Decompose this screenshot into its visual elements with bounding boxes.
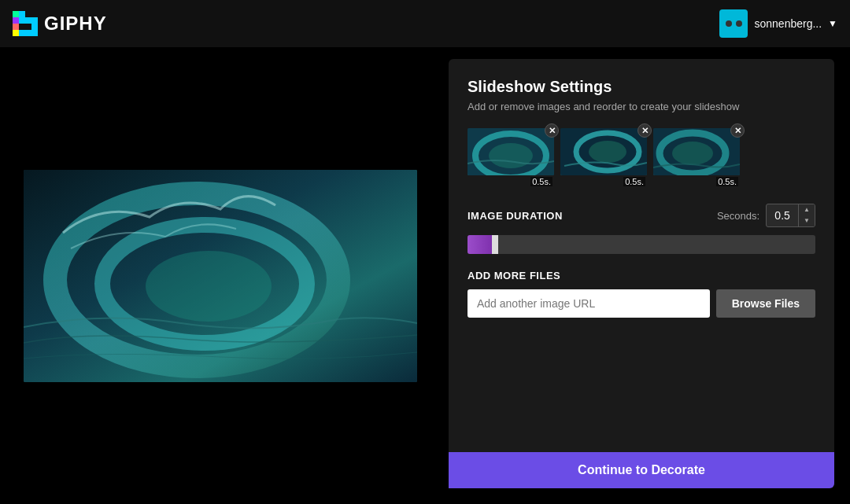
duration-label: IMAGE DURATION	[468, 210, 563, 222]
url-input[interactable]	[468, 289, 710, 318]
thumbnail-item[interactable]: ✕ 0.5s.	[468, 128, 554, 185]
avatar-eyes	[726, 20, 742, 27]
thumbnail-image	[468, 128, 554, 175]
chevron-down-icon: ▼	[828, 18, 837, 29]
giphy-logo-icon	[13, 11, 38, 36]
thumbnail-image	[653, 128, 740, 175]
thumb-wave-svg	[560, 128, 647, 175]
duration-header: IMAGE DURATION Seconds: 0.5 ▲ ▼	[468, 204, 815, 227]
thumbnail-remove-btn[interactable]: ✕	[730, 123, 745, 138]
add-files-row: Browse Files	[468, 289, 815, 318]
avatar-eye-right	[736, 20, 742, 27]
add-files-section: ADD MORE FILES Browse Files	[468, 270, 815, 318]
thumbnail-duration: 0.5s.	[716, 177, 738, 186]
svg-point-11	[146, 251, 272, 322]
thumbnail-remove-btn[interactable]: ✕	[545, 123, 559, 138]
svg-point-17	[589, 141, 626, 163]
add-files-label: ADD MORE FILES	[468, 270, 815, 281]
user-menu[interactable]: sonnenberg... ▼	[719, 9, 837, 38]
duration-value: 0.5	[767, 206, 798, 225]
wave-preview-svg	[24, 170, 417, 382]
duration-slider-thumb[interactable]	[492, 235, 498, 254]
duration-slider-fill	[468, 235, 495, 254]
browse-files-button[interactable]: Browse Files	[716, 289, 815, 318]
avatar-eye-left	[726, 20, 732, 27]
duration-right: Seconds: 0.5 ▲ ▼	[717, 204, 815, 227]
duration-input-wrapper: 0.5 ▲ ▼	[766, 204, 815, 227]
duration-decrement-btn[interactable]: ▼	[799, 215, 815, 226]
avatar	[719, 9, 748, 38]
preview-area	[0, 47, 441, 504]
svg-rect-2	[13, 24, 19, 30]
header: GIPHY sonnenberg... ▼	[0, 0, 850, 47]
panel-title: Slideshow Settings	[468, 78, 815, 96]
settings-panel: Slideshow Settings Add or remove images …	[449, 59, 834, 488]
thumb-wave-svg	[653, 128, 740, 175]
svg-point-14	[489, 143, 533, 168]
thumbnail-duration: 0.5s.	[623, 177, 645, 186]
thumb-wave-svg	[468, 128, 554, 175]
continue-to-decorate-button[interactable]: Continue to Decorate	[449, 452, 834, 488]
logo: GIPHY	[13, 11, 107, 36]
svg-rect-6	[31, 24, 38, 30]
svg-point-20	[672, 142, 713, 165]
username: sonnenberg...	[754, 17, 822, 30]
panel-subtitle: Add or remove images and reorder to crea…	[468, 101, 815, 112]
duration-increment-btn[interactable]: ▲	[799, 204, 815, 215]
preview-image	[24, 170, 417, 382]
thumbnails-row: ✕ 0.5s. ✕ 0.5s.	[468, 128, 815, 185]
svg-rect-3	[13, 30, 19, 36]
seconds-label: Seconds:	[717, 210, 759, 222]
duration-section: IMAGE DURATION Seconds: 0.5 ▲ ▼	[468, 204, 815, 254]
thumbnail-image	[560, 128, 647, 175]
svg-rect-4	[19, 11, 25, 17]
duration-slider-track[interactable]	[468, 235, 815, 254]
svg-rect-1	[13, 17, 19, 24]
logo-text: GIPHY	[44, 13, 107, 35]
duration-spinners: ▲ ▼	[798, 204, 815, 226]
thumbnail-duration: 0.5s.	[530, 177, 552, 186]
thumbnail-remove-btn[interactable]: ✕	[638, 123, 652, 138]
svg-rect-0	[13, 11, 19, 17]
svg-rect-7	[19, 30, 38, 36]
thumbnail-item[interactable]: ✕ 0.5s.	[653, 128, 740, 185]
thumbnail-item[interactable]: ✕ 0.5s.	[560, 128, 647, 185]
svg-rect-5	[19, 17, 38, 24]
